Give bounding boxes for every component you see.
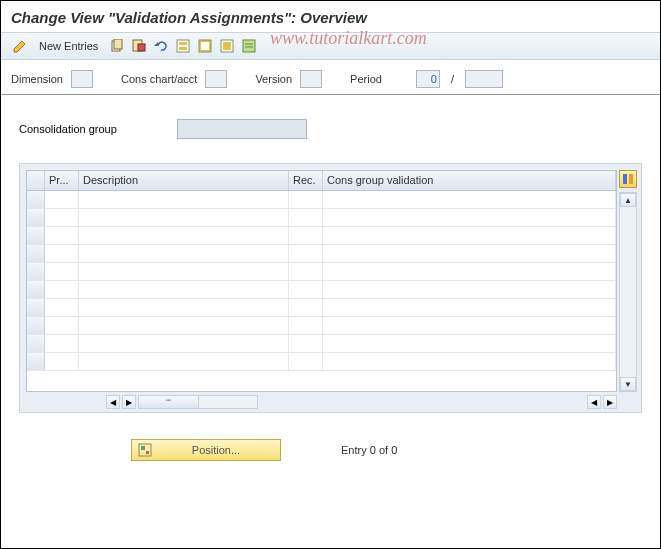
position-button-label: Position... xyxy=(158,444,274,456)
horizontal-scrollbar-row: ◀ ▶ ┅ ◀ ▶ xyxy=(26,394,617,410)
filter-bar: Dimension Cons chart/acct Version Period… xyxy=(1,60,660,95)
version-input[interactable] xyxy=(300,70,322,88)
footer-row: Position... Entry 0 of 0 xyxy=(1,413,660,461)
svg-rect-6 xyxy=(179,47,187,50)
table-row[interactable] xyxy=(27,263,616,281)
table-row[interactable] xyxy=(27,245,616,263)
consolidation-group-input[interactable] xyxy=(177,119,307,139)
dimension-input[interactable] xyxy=(71,70,93,88)
table-row[interactable] xyxy=(27,299,616,317)
col-cgv-header[interactable]: Cons group validation xyxy=(323,171,616,190)
svg-rect-10 xyxy=(223,42,231,50)
table-row[interactable] xyxy=(27,191,616,209)
position-button[interactable]: Position... xyxy=(131,439,281,461)
position-icon xyxy=(138,443,152,457)
cons-chart-input[interactable] xyxy=(205,70,227,88)
svg-rect-3 xyxy=(138,44,145,51)
period-input[interactable]: 0 xyxy=(416,70,440,88)
table-body xyxy=(27,191,616,391)
consolidation-group-label: Consolidation group xyxy=(19,123,117,135)
vertical-scrollbar[interactable]: ▲ ▼ xyxy=(619,192,637,392)
table-header-row: Pr... Description Rec. Cons group valida… xyxy=(27,171,616,191)
hscroll-track[interactable]: ┅ xyxy=(138,395,258,409)
copy-delete-icon[interactable] xyxy=(130,37,148,55)
settings-icon[interactable] xyxy=(240,37,258,55)
scroll-down-icon[interactable]: ▼ xyxy=(620,377,636,391)
svg-rect-5 xyxy=(179,42,187,45)
scroll-right-icon[interactable]: ◀ xyxy=(587,395,601,409)
scroll-first-icon[interactable]: ◀ xyxy=(106,395,120,409)
toolbar: New Entries xyxy=(1,32,660,60)
svg-rect-1 xyxy=(114,39,122,49)
col-rec-header[interactable]: Rec. xyxy=(289,171,323,190)
svg-rect-17 xyxy=(141,446,145,450)
cons-chart-label: Cons chart/acct xyxy=(121,73,197,85)
dimension-label: Dimension xyxy=(11,73,63,85)
period-year-input[interactable] xyxy=(465,70,503,88)
col-pr-header[interactable]: Pr... xyxy=(45,171,79,190)
table-row[interactable] xyxy=(27,317,616,335)
undo-icon[interactable] xyxy=(152,37,170,55)
svg-rect-18 xyxy=(146,451,149,454)
select-all-icon[interactable] xyxy=(196,37,214,55)
table-grid: Pr... Description Rec. Cons group valida… xyxy=(26,170,617,392)
scroll-up-icon[interactable]: ▲ xyxy=(620,193,636,207)
pencil-icon[interactable] xyxy=(11,37,29,55)
table-row[interactable] xyxy=(27,281,616,299)
consolidation-group-row: Consolidation group xyxy=(1,95,660,149)
svg-rect-15 xyxy=(629,174,633,184)
row-select-header[interactable] xyxy=(27,171,45,190)
deselect-all-icon[interactable] xyxy=(218,37,236,55)
scroll-left-icon[interactable]: ▶ xyxy=(122,395,136,409)
table-row[interactable] xyxy=(27,209,616,227)
page-title: Change View "Validation Assignments": Ov… xyxy=(1,1,660,32)
svg-rect-11 xyxy=(243,40,255,52)
svg-rect-8 xyxy=(201,42,209,50)
table-container: Pr... Description Rec. Cons group valida… xyxy=(19,163,642,413)
version-label: Version xyxy=(255,73,292,85)
table-config-icon[interactable] xyxy=(619,170,637,188)
table-row[interactable] xyxy=(27,227,616,245)
table-row[interactable] xyxy=(27,335,616,353)
scroll-last-icon[interactable]: ▶ xyxy=(603,395,617,409)
svg-rect-4 xyxy=(177,40,189,52)
period-label: Period xyxy=(350,73,382,85)
col-description-header[interactable]: Description xyxy=(79,171,289,190)
period-slash: / xyxy=(448,73,457,85)
hscroll-thumb[interactable]: ┅ xyxy=(139,396,199,408)
entry-count-text: Entry 0 of 0 xyxy=(341,444,397,456)
new-entries-button[interactable]: New Entries xyxy=(33,38,104,54)
table-row[interactable] xyxy=(27,353,616,371)
copy-icon[interactable] xyxy=(108,37,126,55)
svg-rect-14 xyxy=(623,174,627,184)
select-block-icon[interactable] xyxy=(174,37,192,55)
